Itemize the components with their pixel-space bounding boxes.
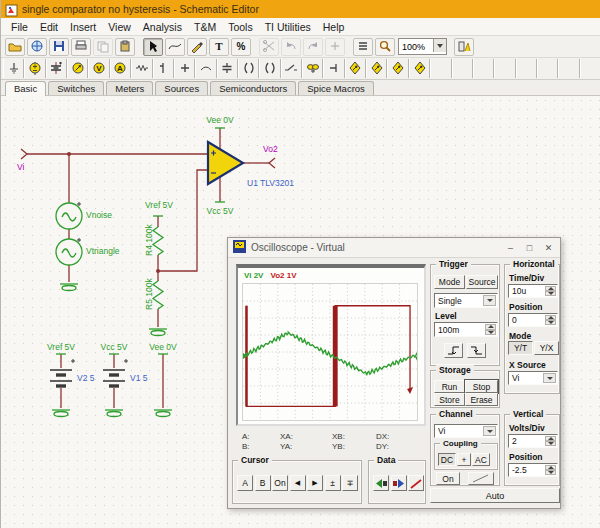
print-button[interactable] [71,38,91,56]
component-capacitor-button[interactable] [217,59,238,78]
text-tool-button[interactable]: T [209,38,229,56]
menu-help[interactable]: Help [317,20,351,34]
storage-erase-button[interactable]: Erase [465,393,498,406]
storage-stop-button[interactable]: Stop [465,380,498,393]
component-probe-button[interactable] [153,59,174,78]
menu-tools[interactable]: Tools [222,20,259,34]
coupling-gnd-button[interactable]: + [457,453,471,466]
storage-store-button[interactable]: Store [434,393,465,406]
cursor-b-button[interactable]: B [255,475,271,491]
component-ground-button[interactable] [3,59,24,78]
cursor-updown-button[interactable]: ± [325,475,341,491]
component-power-meter-button[interactable] [387,59,408,78]
export-data-button[interactable] [391,475,407,491]
paste-button[interactable] [115,38,135,56]
xsource-select[interactable]: Vi [508,371,558,385]
minimize-button[interactable]: – [503,241,518,255]
component-inductor-button[interactable] [259,59,280,78]
component-current-source-button[interactable] [67,59,88,78]
tab-sources[interactable]: Sources [155,81,208,95]
fetch-data-button[interactable] [373,475,389,491]
mode-yt-button[interactable]: Y/T [508,341,533,355]
trigger-mode-select[interactable]: Single [434,293,498,308]
v-position-input[interactable]: -2.5 [508,463,558,477]
component-voltage-source-button[interactable] [24,59,45,78]
maximize-button[interactable]: □ [522,241,537,255]
channel-select[interactable]: Vi [434,424,498,438]
close-button[interactable]: ✕ [541,241,556,255]
menubar: FileEditInsertViewAnalysisT&MToolsTI Uti… [1,18,600,36]
wire-tool-button[interactable] [165,38,185,56]
mode-yx-button[interactable]: Y/X [534,341,559,355]
trigger-level-input[interactable]: 100m [434,322,498,337]
component-empty-slot [430,59,451,78]
menu-ti-utilities[interactable]: TI Utilities [259,20,317,34]
component-current-generator-button[interactable]: A [110,59,131,78]
component-relay-button[interactable] [302,59,323,78]
component-battery-button[interactable] [46,59,67,78]
menu-file[interactable]: File [5,20,34,34]
menu-edit[interactable]: Edit [34,20,64,34]
oscilloscope-titlebar[interactable]: Oscilloscope - Virtual – □ ✕ [228,238,560,258]
tab-spice-macros[interactable]: Spice Macros [298,81,374,95]
menu-view[interactable]: View [102,20,137,34]
component-voltage-generator-button[interactable]: V [88,59,109,78]
channel-slope-button[interactable] [468,472,494,485]
oscilloscope-window: Oscilloscope - Virtual – □ ✕ Vi 2VVo2 1V… [227,237,561,509]
tab-switches[interactable]: Switches [48,81,104,95]
channel-on-button[interactable]: On [436,472,460,485]
timediv-input[interactable]: 10u [508,284,558,298]
component-empty-slot [516,59,537,78]
readout-DY: DY: [376,442,389,451]
component-voltage-pin-meter-button[interactable] [345,59,366,78]
trigger-rising-edge-button[interactable] [444,343,463,358]
component-list-button[interactable] [353,38,373,56]
trigger-falling-edge-button[interactable] [467,343,486,358]
auto-button[interactable]: Auto [430,488,560,503]
zoom-tool-button[interactable] [375,38,395,56]
select-mode-button[interactable] [143,38,163,56]
diamond-icon [413,62,427,75]
component-node-button[interactable] [174,59,195,78]
component-current-pin-meter-button[interactable] [366,59,387,78]
src-circle-icon [28,62,42,75]
component-switch-button[interactable] [281,59,302,78]
net-label-vo2: Vo2 [263,144,278,154]
interactive-mode-button[interactable] [454,38,474,56]
schematic-canvas[interactable]: Vi Vnoise Vtriangle Vref 5V R4 100k R5 1… [1,96,600,528]
storage-run-button[interactable]: Run [434,380,465,393]
coupling-ac-button[interactable]: AC [472,453,490,466]
cursor-a-button[interactable]: A [237,475,253,491]
component-signal-meter-button[interactable] [409,59,430,78]
curve-button[interactable] [408,475,424,491]
coupling-dc-button[interactable]: DC [438,453,456,466]
cursor-prev-button[interactable]: ◀ [290,475,306,491]
delete-tool-button[interactable]: % [231,38,251,56]
h-position-input[interactable]: 0 [508,313,558,327]
trigger-source-button[interactable]: Source [466,275,498,289]
slope-icon [472,474,490,483]
save-button[interactable] [49,38,69,56]
tab-semiconductors[interactable]: Semiconductors [210,81,296,95]
cursor-on-button[interactable]: On [272,475,288,491]
tab-basic[interactable]: Basic [5,81,46,96]
voltsdiv-input[interactable]: 2 [508,434,558,448]
trigger-level-label: Level [435,311,457,321]
component-terminal-button[interactable] [323,59,344,78]
menu-t-m[interactable]: T&M [188,20,222,34]
component-wire-arc-button[interactable] [195,59,216,78]
tab-meters[interactable]: Meters [106,81,153,95]
zoom-dropdown-arrow[interactable] [433,39,446,52]
cursor-lock-button[interactable]: ∓ [342,475,358,491]
open-button[interactable] [5,38,25,56]
draw-tool-button[interactable] [187,38,207,56]
component-transformer-button[interactable] [238,59,259,78]
trigger-mode-button[interactable]: Mode [434,275,465,289]
component-resistor-button[interactable] [131,59,152,78]
menu-analysis[interactable]: Analysis [137,20,188,34]
app-icon [5,3,18,16]
cursor-next-button[interactable]: ▶ [307,475,323,491]
zoom-level-select[interactable]: 100% [398,38,447,55]
menu-insert[interactable]: Insert [64,20,102,34]
web-library-button[interactable] [27,38,47,56]
